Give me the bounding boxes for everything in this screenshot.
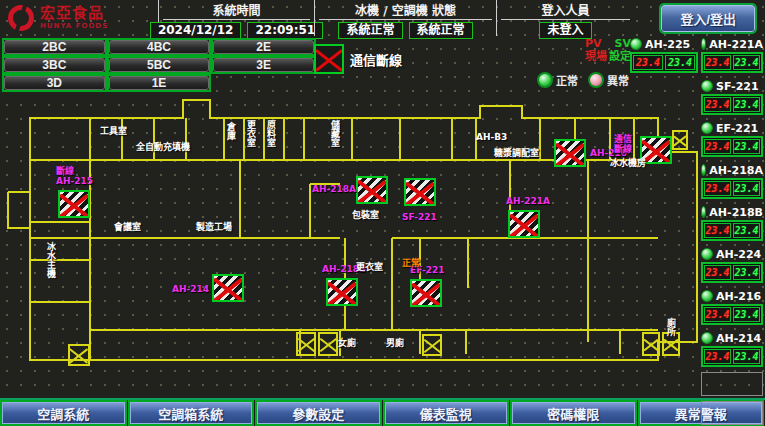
login-logout-button[interactable]: 登入/登出	[661, 5, 755, 32]
pv-sv-legend: PV SV 現場 設定	[585, 37, 631, 63]
equipment-name-AH-218B[interactable]: AH-218B	[701, 204, 763, 220]
zone-cell: 2BC	[2, 38, 107, 56]
ahu-unit-label-AH-214: AH-214	[172, 284, 209, 294]
zone-button-3BC[interactable]: 3BC	[4, 58, 105, 72]
equipment-values: 23.423.4	[630, 52, 698, 73]
equipment-name-AH-216[interactable]: AH-216	[701, 288, 763, 304]
equipment-row-AH-214: AH-21423.423.4	[701, 330, 763, 367]
equipment-empty-slot	[701, 401, 763, 425]
stair-symbol	[422, 334, 442, 356]
equipment-row-AH-218B: AH-218B23.423.4	[701, 204, 763, 241]
abnormal-label: 異常	[607, 72, 629, 88]
equipment-values: 23.423.4	[701, 304, 763, 325]
footer-button-1[interactable]: 空調系統	[2, 402, 125, 424]
sv-cn-label: 設定	[609, 50, 631, 63]
machine-status-group: 冰機 / 空調機 狀態 系統正常 系統正常	[314, 0, 496, 36]
equipment-values: 23.423.4	[701, 220, 763, 241]
stair-symbol	[296, 332, 316, 356]
zone-button-1E[interactable]: 1E	[109, 76, 210, 90]
equipment-name-AH-224[interactable]: AH-224	[701, 246, 763, 262]
pv-value: 23.4	[704, 181, 731, 196]
ahu-unit-icon-AH-215[interactable]	[58, 190, 90, 218]
equipment-values: 23.423.4	[701, 94, 763, 115]
zone-button-4BC[interactable]: 4BC	[109, 40, 210, 54]
comm-loss-legend: 通信斷線	[314, 44, 402, 74]
ahu-unit-icon-AH-221A[interactable]	[508, 210, 540, 238]
equipment-row-AH-218A: AH-218A23.423.4	[701, 162, 763, 199]
equipment-row-AH-216: AH-21623.423.4	[701, 288, 763, 325]
zone-button-2E[interactable]: 2E	[213, 40, 314, 54]
ahu-unit-icon-AH-218B[interactable]	[326, 278, 358, 306]
equipment-label: AH-218A	[709, 164, 763, 177]
sv-value: 23.4	[733, 223, 760, 238]
pv-value: 23.4	[704, 55, 731, 70]
status-led-icon	[630, 38, 642, 50]
sv-label: SV	[615, 37, 631, 50]
footer-button-3[interactable]: 參數設定	[257, 402, 380, 424]
zone-cell: 3E	[211, 56, 316, 74]
equipment-name-EF-221[interactable]: EF-221	[701, 120, 763, 136]
room-label: 更衣室	[356, 262, 383, 272]
status-led-icon	[701, 206, 706, 218]
login-group: 登入人員 未登入	[496, 0, 634, 36]
ahu-unit-label-SF-221: SF-221	[402, 212, 437, 222]
ahu-unit-icon-AH-216[interactable]	[554, 139, 586, 167]
ahu-unit-icon-SF-221[interactable]	[404, 178, 436, 206]
stair-symbol	[318, 332, 338, 356]
system-time-value: 22:09:51	[247, 22, 323, 39]
ahu-unit-icon-AH-218A[interactable]	[356, 176, 388, 204]
equipment-values: 23.423.4	[701, 346, 763, 367]
room-label: 全自動充填機	[136, 142, 190, 152]
footer-cell: 參數設定	[255, 400, 382, 426]
footer-cell: 空調系統	[0, 400, 127, 426]
ahu-unit-label-AH-221A: AH-221A	[506, 196, 550, 206]
equipment-values: 23.423.4	[701, 178, 763, 199]
room-label: 糖漿調配室	[494, 148, 539, 158]
zone-button-2BC[interactable]: 2BC	[4, 40, 105, 54]
footer-button-5[interactable]: 密碼權限	[512, 402, 635, 424]
equipment-name-AH-214[interactable]: AH-214	[701, 330, 763, 346]
status-led-icon	[701, 122, 713, 134]
room-label: 原料室	[266, 120, 276, 147]
login-status-value: 未登入	[539, 22, 591, 39]
floorplan-walls	[0, 92, 700, 398]
zone-cell: 1E	[107, 74, 212, 92]
room-label: 更衣室	[246, 120, 256, 147]
comm-loss-icon	[314, 44, 344, 74]
logo: 宏亞食品 HUNYA FOODS	[0, 0, 158, 36]
ahu-unit-icon-EF-221[interactable]	[410, 279, 442, 307]
ahu-unit-icon-AH-214[interactable]	[212, 274, 244, 302]
machine-status-label: 冰機 / 空調機 狀態	[319, 1, 492, 20]
led-legend: 正常 異常	[537, 72, 629, 88]
pv-value: 23.4	[704, 139, 731, 154]
equipment-row-SF-221: SF-22123.423.4	[701, 78, 763, 115]
equipment-values: 23.423.4	[701, 136, 763, 157]
ahu-unit-label-AH-223: 通信斷線	[614, 134, 632, 154]
equipment-label: AH-216	[716, 290, 761, 303]
zone-button-5BC[interactable]: 5BC	[109, 58, 210, 72]
equipment-column-a: AH-22523.423.4	[630, 36, 698, 78]
equipment-name-AH-225[interactable]: AH-225	[630, 36, 698, 52]
equipment-name-AH-221A[interactable]: AH-221A	[701, 36, 763, 52]
status-led-icon	[701, 290, 713, 302]
footer-button-2[interactable]: 空調箱系統	[130, 402, 253, 424]
equipment-label: SF-221	[716, 80, 759, 93]
ac-status-value: 系統正常	[409, 22, 473, 39]
equipment-label: AH-214	[716, 332, 761, 345]
room-label: 倉庫	[226, 122, 236, 140]
zone-cell: 5BC	[107, 56, 212, 74]
room-label: 製造工場	[196, 222, 232, 232]
equipment-name-SF-221[interactable]: SF-221	[701, 78, 763, 94]
footer-cell: 空調箱系統	[128, 400, 255, 426]
equipment-name-AH-218A[interactable]: AH-218A	[701, 162, 763, 178]
equipment-label: AH-218B	[709, 206, 763, 219]
zone-button-3D[interactable]: 3D	[4, 76, 105, 90]
zone-button-3E[interactable]: 3E	[213, 58, 314, 72]
header-bar: 宏亞食品 HUNYA FOODS 系統時間 2024/12/12 22:09:5…	[0, 0, 765, 36]
footer-button-4[interactable]: 儀表監視	[385, 402, 508, 424]
stair-symbol	[672, 130, 688, 150]
system-date-value: 2024/12/12	[150, 22, 242, 39]
pv-value: 23.4	[704, 349, 731, 364]
footer-nav: 空調系統空調箱系統參數設定儀表監視密碼權限異常警報	[0, 398, 765, 426]
status-led-icon	[701, 80, 713, 92]
